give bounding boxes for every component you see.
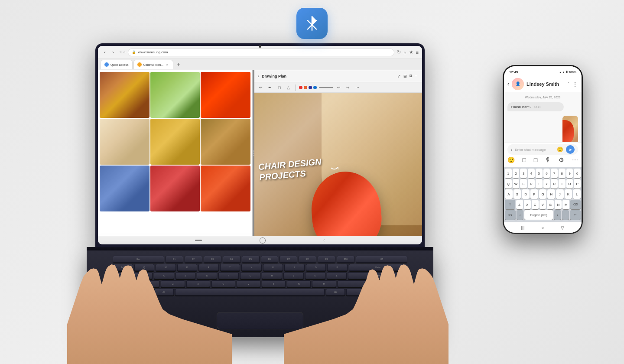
key-o[interactable]: O: [306, 264, 326, 271]
key-caps[interactable]: Caps: [113, 272, 153, 279]
color-red[interactable]: [299, 86, 302, 89]
key-q[interactable]: Q: [134, 264, 155, 271]
send-button[interactable]: ➤: [566, 145, 575, 154]
key-r[interactable]: R: [198, 264, 219, 271]
kb-i[interactable]: I: [559, 179, 566, 188]
tool-more[interactable]: ⋯: [353, 84, 361, 91]
key-t[interactable]: T: [220, 264, 240, 271]
kb-p[interactable]: P: [574, 179, 581, 188]
toolbar-camera-icon[interactable]: □: [534, 156, 537, 163]
key-shift-left[interactable]: Shift: [113, 280, 159, 287]
kb-t[interactable]: T: [536, 179, 543, 188]
key-backspace[interactable]: ⌫: [356, 256, 407, 263]
kb-u[interactable]: U: [551, 179, 558, 188]
kb-9[interactable]: 9: [566, 169, 573, 178]
kb-4[interactable]: 4: [528, 169, 535, 178]
kb-m[interactable]: M: [562, 200, 569, 209]
color-blue[interactable]: [313, 86, 317, 89]
key-f9[interactable]: F9: [318, 256, 335, 263]
key-alt-right[interactable]: Alt: [326, 289, 345, 296]
tool-eraser[interactable]: ◻: [275, 84, 283, 91]
key-ctrl[interactable]: Ctrl: [113, 289, 132, 296]
kb-r[interactable]: R: [528, 179, 535, 188]
kb-7[interactable]: 7: [551, 169, 558, 178]
kb-j[interactable]: J: [556, 189, 564, 199]
kb-e[interactable]: E: [520, 179, 527, 188]
key-z[interactable]: Z: [161, 280, 185, 287]
key-n[interactable]: N: [287, 280, 311, 287]
kb-8[interactable]: 8: [559, 169, 566, 178]
back-button[interactable]: ‹: [101, 49, 108, 56]
new-tab-button[interactable]: +: [174, 60, 183, 69]
tool-redo[interactable]: ↪: [344, 84, 352, 91]
kb-6[interactable]: 6: [543, 169, 550, 178]
key-c[interactable]: C: [211, 280, 235, 287]
kb-w[interactable]: W: [513, 179, 520, 188]
key-f6[interactable]: F6: [261, 256, 279, 263]
key-arrow-up[interactable]: ↑: [346, 289, 366, 296]
tool-pen[interactable]: ✒: [266, 84, 274, 91]
kb-v[interactable]: V: [540, 200, 546, 209]
key-enter[interactable]: Enter: [349, 264, 408, 271]
key-f4[interactable]: F4: [223, 256, 240, 263]
color-orange[interactable]: [304, 86, 307, 89]
key-arrow-right[interactable]: →: [388, 289, 407, 296]
toolbar-mic-icon[interactable]: 🎙: [545, 156, 551, 163]
kb-shift[interactable]: ⇧: [505, 200, 515, 209]
key-f3[interactable]: F3: [204, 256, 221, 263]
kb-z[interactable]: Z: [516, 200, 523, 209]
chat-more-button[interactable]: ⋮: [572, 81, 578, 88]
tab-quick-access[interactable]: Quick access: [101, 60, 133, 69]
toolbar-more-icon[interactable]: ⋯: [572, 156, 578, 163]
chat-back-button[interactable]: ‹: [507, 81, 509, 87]
phone-back-icon[interactable]: |||: [521, 225, 525, 230]
key-f[interactable]: F: [218, 272, 239, 279]
toolbar-settings-icon[interactable]: ⚙: [559, 156, 564, 163]
key-i[interactable]: I: [284, 264, 305, 271]
key-shift-right[interactable]: Shift: [348, 272, 407, 279]
chat-input[interactable]: Enter chat message: [515, 148, 554, 152]
key-l[interactable]: L: [327, 272, 347, 279]
tool-undo[interactable]: ↩: [335, 84, 343, 91]
tool-shape[interactable]: △: [284, 84, 292, 91]
kb-x[interactable]: X: [524, 200, 531, 209]
kb-g[interactable]: G: [539, 189, 547, 199]
forward-button[interactable]: ›: [110, 49, 117, 56]
key-j[interactable]: J: [283, 272, 304, 279]
key-tab[interactable]: Tab: [113, 264, 133, 271]
kb-a[interactable]: A: [505, 189, 513, 199]
key-alt-left[interactable]: Alt: [154, 289, 174, 296]
chat-expand-icon[interactable]: ›: [511, 147, 512, 152]
tab-colorful-kitchen[interactable]: Colorful kitch... ×: [133, 60, 173, 69]
tool-pencil[interactable]: ✏: [257, 84, 265, 91]
key-m[interactable]: M: [312, 280, 336, 287]
kb-o[interactable]: O: [566, 179, 573, 188]
key-u[interactable]: U: [263, 264, 283, 271]
kb-symbols[interactable]: !#1: [505, 210, 516, 220]
kb-h[interactable]: H: [547, 189, 555, 199]
kb-lang-left[interactable]: ‹: [517, 210, 524, 220]
phone-home-icon[interactable]: ○: [541, 225, 544, 230]
design-canvas[interactable]: CHAIR DESIGN PROJECTS ⤻: [254, 93, 422, 236]
key-b[interactable]: B: [262, 280, 286, 287]
kb-k[interactable]: K: [565, 189, 572, 199]
key-a[interactable]: A: [154, 272, 174, 279]
key-end[interactable]: End: [338, 280, 408, 287]
kb-2[interactable]: 2: [513, 169, 520, 178]
kb-f[interactable]: F: [530, 189, 538, 199]
key-x[interactable]: X: [186, 280, 210, 287]
key-f2[interactable]: F2: [185, 256, 202, 263]
key-k[interactable]: K: [305, 272, 325, 279]
kb-5[interactable]: 5: [536, 169, 543, 178]
key-e[interactable]: E: [177, 264, 198, 271]
kb-b[interactable]: B: [547, 200, 554, 209]
key-space[interactable]: [175, 289, 325, 296]
toolbar-attach-icon[interactable]: □: [523, 156, 526, 163]
tab-close-icon[interactable]: ×: [165, 62, 169, 67]
phone-recent-icon[interactable]: ▽: [561, 225, 564, 230]
key-w[interactable]: W: [156, 264, 176, 271]
key-d[interactable]: D: [197, 272, 217, 279]
kb-enter[interactable]: ↵: [570, 210, 581, 220]
emoji-button[interactable]: 🙂: [557, 146, 563, 153]
key-esc[interactable]: Esc: [113, 256, 164, 263]
